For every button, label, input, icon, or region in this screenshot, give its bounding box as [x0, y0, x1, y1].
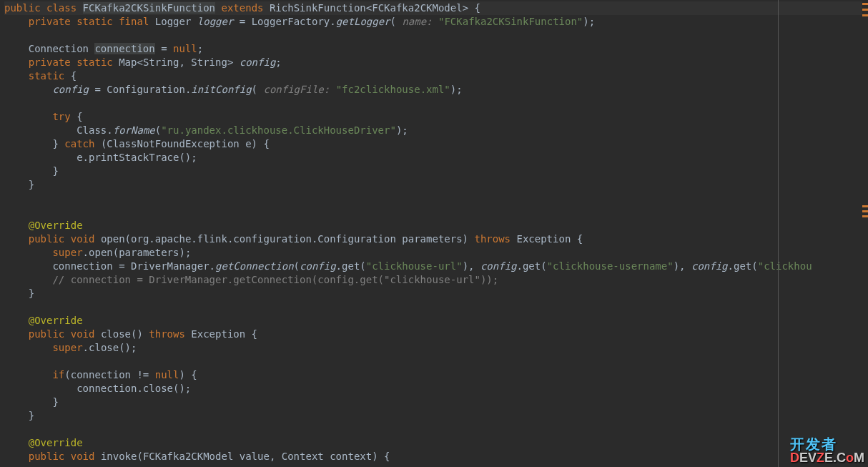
code-line[interactable] [4, 300, 868, 314]
code-line[interactable]: @Override [4, 219, 868, 232]
code-line[interactable]: Class.forName("ru.yandex.clickhouse.Clic… [4, 124, 868, 137]
code-line[interactable]: @Override [4, 436, 868, 450]
code-line[interactable]: public void close() throws Exception { [4, 328, 868, 341]
code-line[interactable] [4, 29, 868, 42]
code-line[interactable]: } [4, 395, 868, 409]
code-line[interactable]: try { [4, 110, 868, 124]
code-line[interactable] [4, 355, 868, 368]
variable-highlighted: connection [94, 43, 154, 54]
code-line[interactable]: Connection connection = null; [4, 42, 868, 56]
minimap-mark [862, 9, 868, 11]
code-line[interactable]: public class FCKafka2CKSinkFunction exte… [4, 1, 868, 15]
code-line[interactable]: if(connection != null) { [4, 368, 868, 382]
minimap-mark [862, 14, 868, 16]
code-line[interactable] [4, 205, 868, 219]
minimap-scrollbar[interactable] [862, 0, 868, 467]
code-line[interactable]: private static Map<String, String> confi… [4, 56, 868, 69]
minimap-mark [862, 215, 868, 217]
code-line[interactable]: static { [4, 69, 868, 83]
minimap-mark [862, 205, 868, 207]
code-line[interactable]: e.printStackTrace(); [4, 151, 868, 164]
class-name-highlighted: FCKafka2CKSinkFunction [83, 2, 215, 14]
code-line[interactable]: public void open(org.apache.flink.config… [4, 232, 868, 246]
minimap-mark [862, 3, 868, 5]
code-line[interactable]: } [4, 178, 868, 192]
code-line[interactable]: super.open(parameters); [4, 246, 868, 260]
code-line[interactable]: connection = DriverManager.getConnection… [4, 260, 868, 273]
code-line[interactable]: } [4, 287, 868, 300]
code-line[interactable]: // connection = DriverManager.getConnect… [4, 273, 868, 287]
code-line[interactable]: connection.close(); [4, 382, 868, 395]
code-line[interactable] [4, 192, 868, 205]
editor-margin-line [778, 0, 779, 467]
watermark-logo: 开发者 DEVZE.CoM [790, 437, 864, 464]
code-line[interactable]: @Override [4, 314, 868, 328]
code-editor[interactable]: public class FCKafka2CKSinkFunction exte… [0, 0, 868, 463]
code-line[interactable]: super.close(); [4, 341, 868, 355]
code-line[interactable]: } [4, 409, 868, 423]
code-line[interactable]: config = Configuration.initConfig( confi… [4, 83, 868, 97]
code-line[interactable] [4, 423, 868, 436]
code-line[interactable]: public void invoke(FCKafka2CKModel value… [4, 450, 868, 463]
code-line[interactable]: } [4, 164, 868, 178]
code-line[interactable] [4, 97, 868, 110]
minimap-mark [862, 210, 868, 212]
code-line[interactable]: } catch (ClassNotFoundException e) { [4, 137, 868, 151]
code-line[interactable]: private static final Logger logger = Log… [4, 15, 868, 29]
